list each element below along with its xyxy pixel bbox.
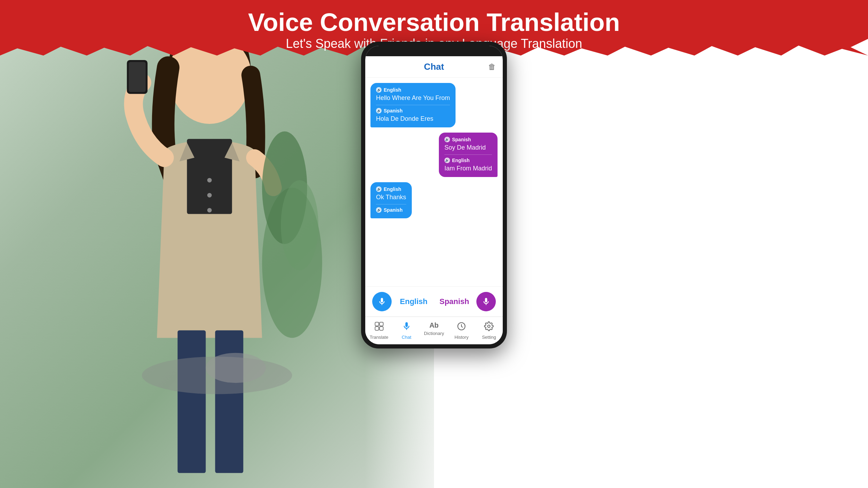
nav-history[interactable]: History — [448, 320, 475, 342]
nav-chat-label: Chat — [402, 335, 411, 340]
nav-translate[interactable]: Translate — [365, 320, 393, 342]
message-1-lang2: 🔊 Spanish — [376, 108, 450, 113]
translate-icon — [374, 321, 384, 333]
nav-setting-label: Setting — [482, 335, 496, 340]
svg-rect-1 — [187, 139, 232, 214]
message-3-lang1: 🔊 English — [376, 186, 406, 192]
svg-rect-33 — [379, 327, 383, 330]
history-icon — [457, 321, 466, 333]
chat-controls: English Spanish — [365, 286, 503, 317]
svg-point-35 — [488, 325, 490, 328]
message-1: 🔊 English Hello Where Are You From 🔊 Spa… — [370, 83, 456, 127]
nav-history-label: History — [454, 335, 468, 340]
nav-dictionary-label: Dictionary — [424, 331, 444, 336]
svg-rect-4 — [177, 330, 206, 473]
svg-rect-5 — [215, 330, 243, 473]
right-language-label: Spanish — [436, 297, 473, 306]
message-3: 🔊 English Ok Thanks 🔊 Spanish — [370, 182, 412, 218]
nav-setting[interactable]: Setting — [475, 320, 503, 342]
dictionary-icon: Ab — [429, 321, 439, 329]
speaker-icon-6[interactable]: 🔊 — [376, 207, 382, 213]
header-title: Voice Conversation Translation — [248, 8, 620, 36]
right-mic-button[interactable] — [476, 292, 496, 311]
svg-point-13 — [206, 353, 266, 383]
message-2-lang1: 🔊 Spanish — [444, 137, 492, 142]
svg-point-11 — [281, 180, 318, 270]
nav-dictionary[interactable]: Ab Dictionary — [420, 320, 448, 342]
message-2-lang2: 🔊 English — [444, 158, 492, 163]
message-2-text1: Soy De Madrid — [444, 144, 492, 152]
speaker-icon-3[interactable]: 🔊 — [444, 137, 450, 142]
nav-translate-label: Translate — [370, 335, 389, 340]
message-1-text1: Hello Where Are You From — [376, 94, 450, 102]
phone-device: Chat 🗑 🔊 English Hello Where Are You Fro… — [361, 42, 507, 348]
phone-notch — [365, 46, 503, 56]
chat-header: Chat 🗑 — [365, 56, 503, 78]
chat-messages: 🔊 English Hello Where Are You From 🔊 Spa… — [365, 78, 503, 286]
message-1-text2: Hola De Donde Eres — [376, 115, 450, 123]
delete-icon[interactable]: 🗑 — [488, 62, 496, 71]
phone-body: Chat 🗑 🔊 English Hello Where Are You Fro… — [361, 42, 507, 348]
left-mic-button[interactable] — [372, 292, 392, 311]
svg-rect-32 — [375, 327, 379, 330]
speaker-icon-5[interactable]: 🔊 — [376, 186, 382, 192]
bottom-navigation: Translate Chat Ab Dictionary — [365, 317, 503, 344]
message-3-lang2: 🔊 Spanish — [376, 207, 406, 213]
phone-screen: Chat 🗑 🔊 English Hello Where Are You Fro… — [365, 46, 503, 344]
svg-point-7 — [207, 193, 212, 197]
setting-icon — [484, 321, 494, 333]
message-1-lang1: 🔊 English — [376, 87, 450, 93]
speaker-icon-4[interactable]: 🔊 — [444, 158, 450, 163]
left-language-label: English — [395, 297, 432, 306]
svg-rect-3 — [129, 62, 146, 92]
svg-rect-30 — [375, 322, 379, 326]
message-2: 🔊 Spanish Soy De Madrid 🔊 English Iam Fr… — [439, 133, 498, 177]
speaker-icon-2[interactable]: 🔊 — [376, 108, 382, 113]
nav-chat[interactable]: Chat — [393, 320, 420, 342]
svg-point-6 — [207, 178, 212, 183]
svg-point-8 — [207, 208, 212, 212]
message-3-text1: Ok Thanks — [376, 193, 406, 201]
svg-rect-31 — [379, 322, 383, 326]
chat-title: Chat — [424, 61, 444, 72]
message-2-text2: Iam From Madrid — [444, 165, 492, 173]
speaker-icon-1[interactable]: 🔊 — [376, 87, 382, 93]
chat-icon — [402, 321, 411, 333]
